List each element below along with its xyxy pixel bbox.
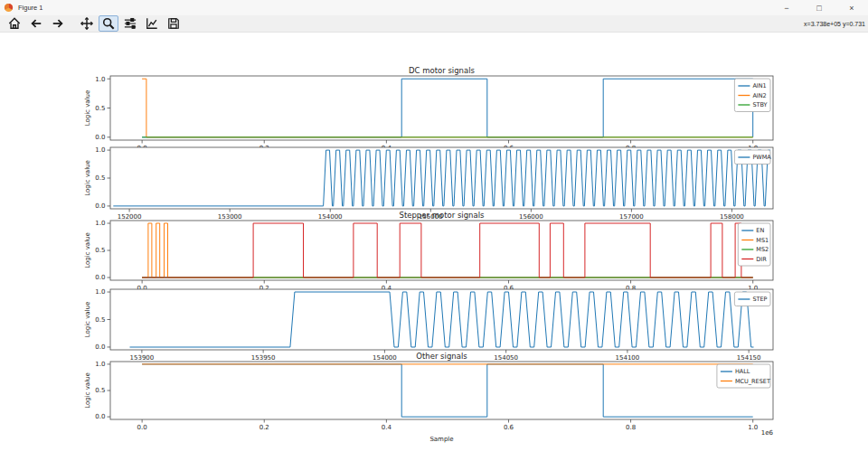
subplots-svg[interactable]: 1.00.50.00.00.20.40.60.81.0Logic valueDC… (0, 33, 868, 461)
forward-arrow-icon (52, 17, 64, 30)
y-axis-label: Logic value (84, 372, 91, 409)
matplotlib-app-icon (4, 3, 14, 13)
close-button[interactable]: × (835, 0, 868, 15)
x-tick-label: 157000 (619, 213, 644, 221)
y-tick-label: 1.0 (95, 361, 105, 368)
legend-label: STEP (752, 296, 767, 303)
x-tick-label: 154100 (616, 354, 640, 362)
titlebar: Figure 1 − □ × (0, 0, 868, 15)
subplot-1[interactable]: 1.00.50.00.00.20.40.60.81.0Logic valueDC… (84, 66, 773, 152)
x-tick-label: 153950 (251, 354, 276, 362)
y-axis-label: Logic value (84, 232, 91, 268)
x-tick-label: 0.0 (137, 424, 147, 431)
x-tick-label: 154000 (373, 354, 397, 362)
x-tick-label: 0.8 (626, 424, 636, 431)
subplot-title: Other signals (416, 352, 467, 361)
subplot-2[interactable]: 1.00.50.01520001530001540001550001560001… (84, 146, 773, 220)
y-tick-label: 0.5 (95, 174, 105, 182)
subplot-title: Stepper motor signals (400, 211, 486, 220)
y-tick-label: 1.0 (95, 76, 105, 83)
y-tick-label: 0.0 (95, 343, 105, 351)
x-tick-label: 153000 (218, 213, 242, 221)
legend-label: AIN2 (752, 92, 766, 99)
home-icon (8, 17, 21, 30)
x-tick-label: 156000 (519, 213, 543, 221)
x-tick-label: 0.2 (259, 424, 269, 431)
sliders-icon (124, 17, 137, 30)
save-button[interactable] (164, 15, 184, 32)
figure-canvas[interactable]: 1.00.50.00.00.20.40.60.81.0Logic valueDC… (0, 33, 868, 461)
maximize-button[interactable]: □ (803, 0, 835, 15)
x-tick-label: 0.4 (382, 424, 392, 431)
subplot-title: DC motor signals (409, 66, 476, 75)
line-chart-icon (146, 17, 158, 30)
x-tick-label: 154150 (737, 354, 761, 362)
pan-icon (80, 17, 93, 30)
legend-label: MS2 (756, 246, 769, 253)
back-button[interactable] (26, 15, 46, 32)
legend: STEP (734, 292, 770, 306)
y-axis-label: Logic value (84, 90, 91, 127)
y-tick-label: 0.5 (95, 247, 105, 254)
x-tick-label: 1.0 (748, 424, 758, 431)
y-tick-label: 0.0 (95, 202, 105, 210)
legend: HALLMCU_RESET (717, 364, 770, 388)
x-offset-label: 1e6 (761, 429, 774, 437)
legend-label: HALL (735, 368, 750, 375)
navigation-toolbar: x=3.738e+05 y=0.731 (0, 15, 868, 33)
legend-label: PWMA (752, 154, 771, 161)
pan-button[interactable] (77, 15, 97, 32)
edit-parameters-button[interactable] (142, 15, 162, 32)
x-tick-label: 153900 (130, 354, 155, 362)
y-axis-label: Logic value (84, 302, 91, 338)
back-arrow-icon (30, 17, 42, 30)
x-axis-label: Sample (429, 436, 453, 443)
legend-label: DIR (756, 256, 767, 263)
x-tick-label: 0.6 (504, 424, 514, 431)
figure-window: Figure 1 − □ × (0, 0, 868, 461)
y-tick-label: 0.0 (95, 413, 105, 420)
forward-button[interactable] (48, 15, 68, 32)
legend: PWMA (734, 150, 771, 165)
y-axis-label: Logic value (84, 160, 91, 196)
zoom-button[interactable] (99, 15, 118, 32)
y-tick-label: 0.0 (95, 274, 105, 281)
legend-label: EN (756, 227, 764, 234)
x-tick-label: 154050 (494, 354, 518, 362)
y-tick-label: 0.5 (95, 105, 105, 112)
y-tick-label: 1.0 (95, 146, 105, 154)
legend-label: AIN1 (752, 82, 766, 89)
minimize-button[interactable]: − (770, 0, 803, 15)
legend: AIN1AIN2STBY (734, 79, 770, 112)
home-button[interactable] (5, 15, 24, 32)
legend-label: MS1 (756, 237, 769, 244)
y-tick-label: 1.0 (95, 220, 105, 227)
window-title: Figure 1 (18, 4, 43, 12)
subplot-3[interactable]: 1.00.50.00.00.20.40.60.81.0Logic valueSt… (84, 211, 773, 292)
configure-subplots-button[interactable] (120, 15, 140, 32)
subplot-5[interactable]: 1.00.50.00.00.20.40.60.81.0Logic valueOt… (84, 352, 774, 443)
y-tick-label: 0.5 (95, 387, 105, 394)
legend: ENMS1MS2DIR (738, 223, 770, 266)
save-icon (167, 17, 180, 30)
cursor-position-readout: x=3.738e+05 y=0.731 (804, 15, 865, 33)
y-tick-label: 0.5 (95, 316, 105, 324)
zoom-icon (102, 17, 115, 30)
y-tick-label: 0.0 (95, 134, 105, 141)
x-tick-label: 152000 (118, 213, 142, 221)
y-tick-label: 1.0 (95, 288, 105, 296)
subplot-4[interactable]: 1.00.50.01539001539501540001540501541001… (84, 288, 773, 361)
legend-label: STBY (752, 101, 767, 108)
x-tick-label: 154000 (318, 213, 343, 221)
legend-label: MCU_RESET (735, 378, 770, 385)
x-tick-label: 158000 (720, 213, 744, 221)
